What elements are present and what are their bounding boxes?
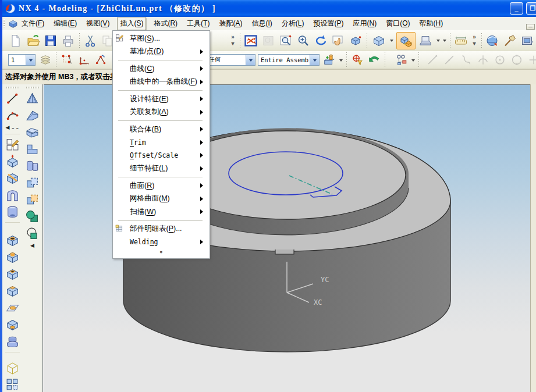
menu-2[interactable]: 编辑(E) xyxy=(52,17,79,30)
arc3-gray-button[interactable] xyxy=(474,52,491,68)
wedge-button[interactable] xyxy=(24,107,41,124)
insert-menu-item-11[interactable]: Trim xyxy=(113,136,210,149)
menu-11[interactable]: 应用(N) xyxy=(351,17,378,30)
toolbar-overflow[interactable]: »▾ xyxy=(228,32,237,49)
zoom-box-button[interactable] xyxy=(277,32,294,49)
collapse-left-icon[interactable]: ◀ xyxy=(30,242,34,250)
toolbar-grip-horizontal[interactable] xyxy=(6,87,19,88)
intersect-button[interactable] xyxy=(24,208,41,225)
selection-filter-button[interactable] xyxy=(349,52,365,68)
line-tool-button[interactable] xyxy=(4,90,22,107)
fit-view-button[interactable] xyxy=(242,32,260,49)
dart-button[interactable] xyxy=(4,333,22,350)
ellipse-gray-button[interactable] xyxy=(525,52,536,68)
static-wireframe-button[interactable] xyxy=(396,32,416,49)
layer-settings-button[interactable] xyxy=(37,52,54,68)
menu-6[interactable]: 工具(T) xyxy=(185,17,211,30)
menu-4[interactable]: 插入(S) xyxy=(117,17,146,30)
trim-body-button[interactable] xyxy=(4,170,22,187)
menu-12[interactable]: 窗口(O) xyxy=(384,17,411,30)
extrude-button[interactable] xyxy=(4,153,22,170)
cylinder-pair-button[interactable] xyxy=(24,158,41,174)
rotate-view-button[interactable] xyxy=(312,32,329,49)
emboss-sheet-button[interactable] xyxy=(4,300,22,316)
zoom-inout-button[interactable] xyxy=(294,32,312,49)
circle-dot-gray-button[interactable] xyxy=(491,52,508,68)
pocket-button[interactable] xyxy=(4,266,22,283)
snap-orient-button[interactable] xyxy=(92,52,109,68)
dropdown-arrow[interactable] xyxy=(410,51,416,69)
insert-menu-item-7[interactable]: 设计特征(E) xyxy=(113,92,210,106)
toolbar-overflow[interactable]: »▾ xyxy=(470,32,479,49)
menu-1[interactable]: 文件(F) xyxy=(20,17,46,30)
menu-8[interactable]: 信息(I) xyxy=(250,17,274,30)
parallel-line-gray-button[interactable] xyxy=(441,52,457,68)
boss-button[interactable] xyxy=(4,249,22,266)
line-gray-button[interactable] xyxy=(424,52,441,68)
datum-plane-button[interactable] xyxy=(4,359,22,376)
circle-gray-button[interactable] xyxy=(508,52,525,68)
insert-menu-item-15[interactable]: 曲面(R) xyxy=(113,179,210,193)
dropdown-arrow[interactable] xyxy=(441,32,448,49)
insert-menu-item-12[interactable]: Offset/Scale xyxy=(113,149,210,162)
combo-dropdown-button[interactable] xyxy=(310,55,319,65)
cut-button[interactable] xyxy=(81,32,99,49)
drafting-display-button[interactable] xyxy=(416,32,435,49)
dropdown-arrow[interactable] xyxy=(435,32,441,49)
menubar-grip[interactable] xyxy=(3,19,5,28)
unite-button[interactable] xyxy=(24,174,41,191)
tube-button[interactable] xyxy=(4,204,22,220)
material-hammer-button[interactable] xyxy=(501,32,519,49)
insert-menu-item-1[interactable]: 草图(S)... xyxy=(113,32,210,45)
insert-menu-item-4[interactable]: 曲线(C) xyxy=(113,62,210,76)
menu-more-chevron[interactable]: » xyxy=(113,249,210,257)
insert-menu-item-13[interactable]: 细节特征(L) xyxy=(113,162,210,176)
menu-3[interactable]: 视图(V) xyxy=(84,17,111,30)
toolbar-grip-horizontal[interactable] xyxy=(26,87,39,88)
emboss-button[interactable] xyxy=(4,316,22,333)
measure-ruler-button[interactable] xyxy=(452,32,470,49)
prism-button[interactable] xyxy=(24,90,41,107)
interpart-link-button[interactable] xyxy=(393,52,410,68)
shaded-view-button[interactable] xyxy=(369,32,388,49)
insert-menu-item-8[interactable]: 关联复制(A) xyxy=(113,106,210,119)
block-button[interactable] xyxy=(24,124,41,141)
pan-view-button[interactable] xyxy=(329,32,347,49)
arc-gray-button[interactable] xyxy=(457,52,474,68)
save-button[interactable] xyxy=(42,32,59,49)
subtract-button[interactable] xyxy=(24,191,41,208)
corner-block-button[interactable] xyxy=(24,141,41,158)
right-docked-toolbar-edge[interactable] xyxy=(530,84,536,392)
insert-menu-item-17[interactable]: 扫描(W) xyxy=(113,205,210,219)
undo-arrow-button[interactable] xyxy=(365,52,382,68)
insert-menu-item-19[interactable]: 部件明细表(P)... xyxy=(113,223,210,236)
menu-5[interactable]: 格式(R) xyxy=(152,17,179,30)
pad-button[interactable] xyxy=(4,283,22,300)
insert-menu-item-16[interactable]: 网格曲面(M) xyxy=(113,193,210,206)
snap-point-button[interactable] xyxy=(58,52,75,68)
hole-button[interactable] xyxy=(4,232,22,249)
expand-more-icon[interactable]: ⌄⌄ xyxy=(10,124,19,132)
snap-csys-button[interactable] xyxy=(75,52,92,68)
maximize-button[interactable]: ❐ xyxy=(526,2,536,15)
insert-menu-item-5[interactable]: 曲线中的一条曲线(F) xyxy=(113,76,210,89)
menu-7[interactable]: 装配(A) xyxy=(217,17,244,30)
insert-menu-item-10[interactable]: 联合体(B) xyxy=(113,123,210,136)
zoom-gray-button[interactable] xyxy=(260,32,277,49)
create-in-work-part-button[interactable] xyxy=(321,52,338,68)
insert-menu-item-20[interactable]: Welding xyxy=(113,236,210,249)
dropdown-arrow[interactable] xyxy=(338,51,344,69)
perspective-cube-button[interactable] xyxy=(347,32,364,49)
type-filter-combo[interactable]: 任何 xyxy=(205,54,255,66)
menu-9[interactable]: 分析(L) xyxy=(280,17,306,30)
menu-13[interactable]: 帮助(H) xyxy=(417,17,445,30)
arc-tool-button[interactable] xyxy=(4,107,22,124)
new-file-button[interactable] xyxy=(7,32,24,49)
instance-array-button[interactable] xyxy=(4,376,22,392)
combo-dropdown-button[interactable] xyxy=(246,55,255,65)
insert-menu-item-2[interactable]: 基准/点(D) xyxy=(113,45,210,59)
menu-10[interactable]: 预设置(P) xyxy=(311,17,345,30)
sweep-button[interactable] xyxy=(4,187,22,204)
print-button[interactable] xyxy=(59,32,77,49)
scope-combo[interactable]: Entire Assemb xyxy=(258,54,320,66)
